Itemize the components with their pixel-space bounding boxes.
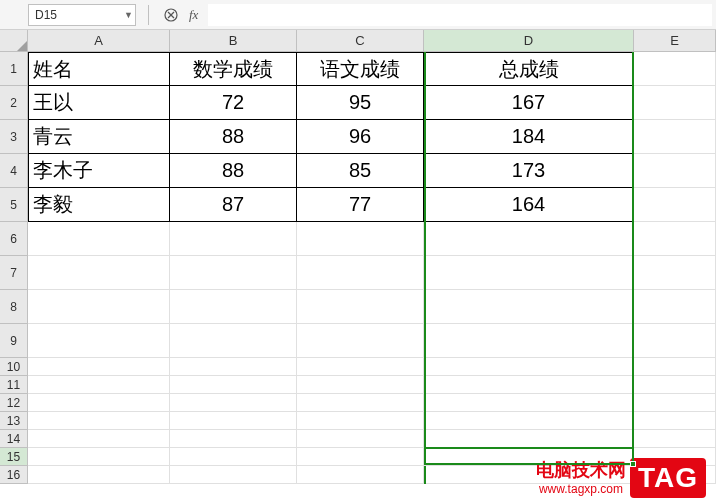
cell-D9[interactable] [424,324,634,358]
cell-D8[interactable] [424,290,634,324]
cell-B1[interactable]: 数学成绩 [170,52,297,86]
row-header-2[interactable]: 2 [0,86,28,120]
cell-E13[interactable] [634,412,716,430]
cell-C10[interactable] [297,358,424,376]
row-header-7[interactable]: 7 [0,256,28,290]
cell-A7[interactable] [28,256,170,290]
col-header-B[interactable]: B [170,30,297,52]
cell-C5[interactable]: 77 [297,188,424,222]
cell-C16[interactable] [297,466,424,484]
col-header-E[interactable]: E [634,30,716,52]
cell-C13[interactable] [297,412,424,430]
cancel-icon[interactable] [161,5,181,25]
cell-E7[interactable] [634,256,716,290]
cell-E5[interactable] [634,188,716,222]
cell-C8[interactable] [297,290,424,324]
cell-E10[interactable] [634,358,716,376]
cell-A1[interactable]: 姓名 [28,52,170,86]
row-header-14[interactable]: 14 [0,430,28,448]
cell-B14[interactable] [170,430,297,448]
cell-B2[interactable]: 72 [170,86,297,120]
cell-B8[interactable] [170,290,297,324]
cell-C3[interactable]: 96 [297,120,424,154]
row-header-3[interactable]: 3 [0,120,28,154]
cell-E9[interactable] [634,324,716,358]
cell-B3[interactable]: 88 [170,120,297,154]
cell-A3[interactable]: 青云 [28,120,170,154]
row-header-5[interactable]: 5 [0,188,28,222]
cell-D13[interactable] [424,412,634,430]
cell-B6[interactable] [170,222,297,256]
cell-B15[interactable] [170,448,297,466]
row-header-1[interactable]: 1 [0,52,28,86]
cell-D2[interactable]: 167 [424,86,634,120]
cell-C9[interactable] [297,324,424,358]
cell-B13[interactable] [170,412,297,430]
cell-B11[interactable] [170,376,297,394]
cell-C4[interactable]: 85 [297,154,424,188]
cell-B12[interactable] [170,394,297,412]
cell-C11[interactable] [297,376,424,394]
cell-C2[interactable]: 95 [297,86,424,120]
cell-C14[interactable] [297,430,424,448]
formula-bar[interactable] [208,4,712,26]
cell-B16[interactable] [170,466,297,484]
cell-E8[interactable] [634,290,716,324]
cell-D10[interactable] [424,358,634,376]
row-header-8[interactable]: 8 [0,290,28,324]
cell-D6[interactable] [424,222,634,256]
cell-A13[interactable] [28,412,170,430]
row-header-11[interactable]: 11 [0,376,28,394]
col-header-D[interactable]: D [424,30,634,52]
cell-A2[interactable]: 王以 [28,86,170,120]
cell-E12[interactable] [634,394,716,412]
cell-E4[interactable] [634,154,716,188]
cell-C7[interactable] [297,256,424,290]
cell-A8[interactable] [28,290,170,324]
row-header-10[interactable]: 10 [0,358,28,376]
cell-A15[interactable] [28,448,170,466]
cell-D4[interactable]: 173 [424,154,634,188]
cell-A5[interactable]: 李毅 [28,188,170,222]
cell-A6[interactable] [28,222,170,256]
cell-E2[interactable] [634,86,716,120]
cell-E1[interactable] [634,52,716,86]
row-header-9[interactable]: 9 [0,324,28,358]
cell-E11[interactable] [634,376,716,394]
row-header-13[interactable]: 13 [0,412,28,430]
row-header-15[interactable]: 15 [0,448,28,466]
cell-D7[interactable] [424,256,634,290]
name-box[interactable]: D15 ▼ [28,4,136,26]
cell-B7[interactable] [170,256,297,290]
cell-A10[interactable] [28,358,170,376]
cell-D11[interactable] [424,376,634,394]
cell-A11[interactable] [28,376,170,394]
row-header-4[interactable]: 4 [0,154,28,188]
cell-A9[interactable] [28,324,170,358]
select-all-corner[interactable] [0,30,28,52]
cell-D14[interactable] [424,430,634,448]
cell-D1[interactable]: 总成绩 [424,52,634,86]
row-header-12[interactable]: 12 [0,394,28,412]
col-header-C[interactable]: C [297,30,424,52]
cell-B5[interactable]: 87 [170,188,297,222]
cell-D12[interactable] [424,394,634,412]
row-header-16[interactable]: 16 [0,466,28,484]
cell-E3[interactable] [634,120,716,154]
cell-A16[interactable] [28,466,170,484]
cell-B10[interactable] [170,358,297,376]
cell-C15[interactable] [297,448,424,466]
col-header-A[interactable]: A [28,30,170,52]
cell-E6[interactable] [634,222,716,256]
cell-D5[interactable]: 164 [424,188,634,222]
cell-B9[interactable] [170,324,297,358]
dropdown-icon[interactable]: ▼ [124,10,133,20]
cell-A12[interactable] [28,394,170,412]
cell-C1[interactable]: 语文成绩 [297,52,424,86]
cell-A4[interactable]: 李木子 [28,154,170,188]
cell-C12[interactable] [297,394,424,412]
fx-label[interactable]: fx [189,7,198,23]
cell-D3[interactable]: 184 [424,120,634,154]
cell-B4[interactable]: 88 [170,154,297,188]
cell-E14[interactable] [634,430,716,448]
